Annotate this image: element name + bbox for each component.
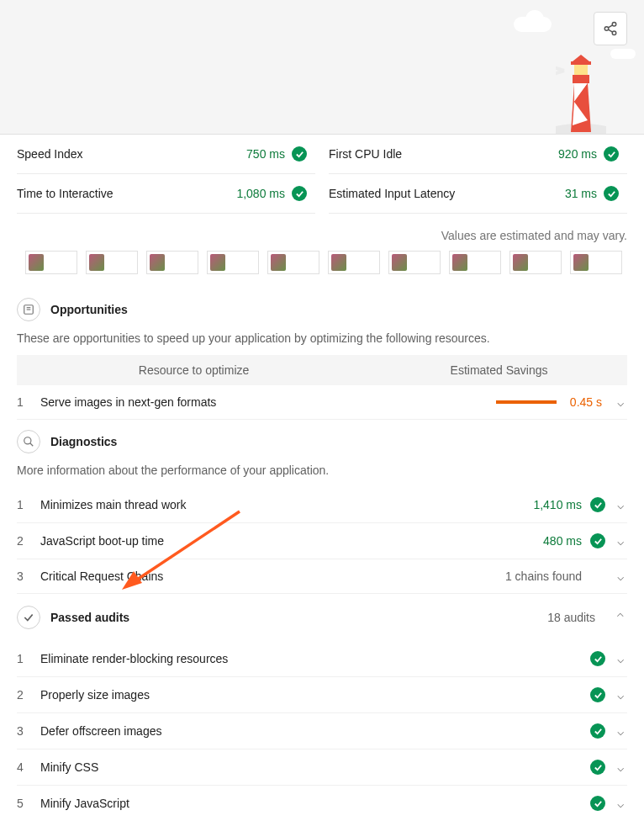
pass-icon — [590, 533, 605, 548]
passed-audits-count: 18 audits — [547, 611, 595, 624]
chevron-down-icon[interactable]: ⌵ — [614, 395, 627, 409]
metric-label: First CPU Idle — [329, 147, 402, 161]
svg-point-19 — [24, 437, 31, 444]
chevron-down-icon[interactable]: ⌵ — [614, 797, 627, 810]
share-icon — [603, 21, 618, 36]
audit-label: Minify CSS — [40, 760, 590, 774]
metric-label: Speed Index — [17, 147, 83, 161]
row-number: 1 — [17, 395, 40, 409]
filmstrip-frame[interactable] — [509, 251, 562, 274]
chevron-down-icon[interactable]: ⌵ — [614, 724, 627, 738]
metric-label: Time to Interactive — [17, 187, 113, 200]
row-number: 3 — [17, 569, 40, 583]
passed-audit-row[interactable]: 3Defer offscreen images⌵ — [17, 713, 627, 749]
passed-audit-row[interactable]: 4Minify CSS⌵ — [17, 749, 627, 786]
diagnostics-section: Diagnostics More information about the p… — [0, 420, 644, 594]
passed-audits-section: Passed audits 18 audits ⌵ 1Eliminate ren… — [0, 594, 644, 821]
svg-line-3 — [608, 25, 612, 28]
diagnostic-value: 480 ms — [543, 534, 582, 548]
svg-point-2 — [612, 31, 616, 35]
values-note: Values are estimated and may vary. — [0, 214, 644, 251]
svg-line-15 — [556, 60, 564, 71]
passed-audit-row[interactable]: 2Properly size images⌵ — [17, 677, 627, 713]
diagnostic-row[interactable]: 3 Critical Request Chains 1 chains found… — [17, 559, 627, 594]
cloud-decoration — [610, 49, 636, 59]
pass-icon — [590, 687, 605, 702]
diagnostic-row[interactable]: 2 JavaScript boot-up time 480 ms ⌵ — [17, 523, 627, 559]
filmstrip-frame[interactable] — [388, 251, 441, 274]
passed-audits-title: Passed audits — [50, 611, 129, 624]
svg-point-1 — [604, 27, 609, 31]
chevron-down-icon[interactable]: ⌵ — [614, 652, 627, 665]
filmstrip-frame[interactable] — [86, 251, 138, 274]
row-number: 1 — [17, 498, 40, 511]
audit-label: Defer offscreen images — [40, 724, 590, 738]
diagnostic-label: Minimizes main thread work — [40, 498, 533, 511]
row-number: 2 — [17, 688, 40, 702]
metric-value: 750 ms — [246, 147, 285, 161]
chevron-down-icon[interactable]: ⌵ — [614, 569, 627, 583]
share-button[interactable] — [594, 12, 627, 45]
svg-line-20 — [30, 443, 34, 447]
filmstrip-frame[interactable] — [449, 251, 501, 274]
opportunity-label: Serve images in next-gen formats — [40, 395, 496, 409]
diagnostics-title: Diagnostics — [50, 435, 117, 448]
audit-label: Properly size images — [40, 688, 590, 702]
lighthouse-logo — [556, 41, 606, 134]
svg-rect-11 — [574, 65, 588, 75]
svg-line-14 — [556, 71, 564, 82]
diagnostic-row[interactable]: 1 Minimizes main thread work 1,410 ms ⌵ — [17, 487, 627, 523]
metric-row: Estimated Input Latency 31 ms — [329, 174, 627, 214]
chevron-down-icon[interactable]: ⌵ — [614, 498, 627, 511]
row-number: 2 — [17, 534, 40, 548]
opportunities-table-header: Resource to optimize Estimated Savings — [17, 355, 627, 385]
col-savings: Estimated Savings — [371, 363, 627, 377]
opportunities-section: Opportunities These are opportunities to… — [0, 288, 644, 420]
pass-icon — [292, 146, 307, 162]
filmstrip-frame[interactable] — [25, 251, 77, 274]
filmstrip-frame[interactable] — [267, 251, 319, 274]
report-header — [0, 0, 644, 135]
opportunity-row[interactable]: 1 Serve images in next-gen formats 0.45 … — [17, 385, 627, 420]
passed-audit-row[interactable]: 1Eliminate render-blocking resources⌵ — [17, 641, 627, 677]
chevron-down-icon[interactable]: ⌵ — [614, 534, 627, 548]
check-icon — [17, 606, 40, 629]
chevron-down-icon[interactable]: ⌵ — [614, 760, 627, 774]
chevron-up-icon[interactable]: ⌵ — [614, 611, 627, 624]
savings-value: 0.45 s — [570, 395, 602, 409]
audit-label: Minify JavaScript — [40, 797, 590, 810]
pass-icon — [292, 186, 307, 201]
pass-icon — [590, 760, 605, 775]
svg-marker-13 — [573, 55, 589, 61]
row-number: 4 — [17, 760, 40, 774]
svg-line-4 — [608, 29, 612, 32]
opportunities-desc: These are opportunities to speed up your… — [17, 331, 627, 355]
diagnostics-desc: More information about the performance o… — [17, 463, 627, 487]
svg-point-0 — [612, 23, 616, 27]
passed-audits-header[interactable]: Passed audits 18 audits ⌵ — [17, 594, 627, 641]
diagnostic-value: 1,410 ms — [533, 498, 582, 511]
metric-row: First CPU Idle 920 ms — [329, 135, 627, 174]
row-number: 3 — [17, 724, 40, 738]
pass-icon — [604, 146, 619, 162]
chevron-down-icon[interactable]: ⌵ — [614, 688, 627, 702]
cloud-decoration — [514, 17, 552, 32]
filmstrip-frame[interactable] — [570, 251, 622, 274]
filmstrip-frame[interactable] — [207, 251, 259, 274]
filmstrip — [0, 251, 644, 288]
col-resource: Resource to optimize — [17, 363, 371, 377]
filmstrip-frame[interactable] — [146, 251, 198, 274]
metrics-grid: Speed Index 750 ms Time to Interactive 1… — [0, 135, 644, 214]
opportunities-title: Opportunities — [50, 303, 128, 316]
pass-icon — [590, 497, 605, 512]
metric-row: Speed Index 750 ms — [17, 135, 315, 174]
diagnostic-label: Critical Request Chains — [40, 569, 505, 583]
metric-value: 31 ms — [565, 187, 597, 200]
pass-icon — [590, 723, 605, 739]
passed-audit-row[interactable]: 5Minify JavaScript⌵ — [17, 786, 627, 821]
pass-icon — [590, 651, 605, 666]
row-number: 1 — [17, 652, 40, 665]
row-number: 5 — [17, 797, 40, 810]
filmstrip-frame[interactable] — [328, 251, 380, 274]
metric-value: 1,080 ms — [236, 187, 285, 200]
